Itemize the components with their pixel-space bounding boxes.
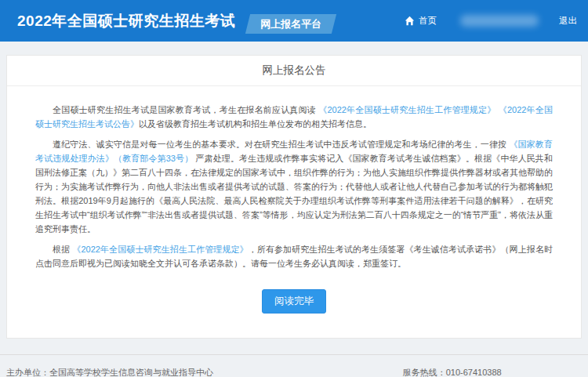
page-footer: 主办单位：全国高等学校学生信息咨询与就业指导中心 Copyright © 200… (0, 354, 588, 377)
announcement-paragraph: 全国硕士研究生招生考试是国家教育考试，考生在报名前应认真阅读 《2022年全国硕… (35, 103, 553, 131)
announcement-text: 以及省级教育招生考试机构和招生单位发布的相关招考信息。 (139, 119, 372, 129)
button-row: 阅读完毕 (7, 277, 581, 338)
announcement-paragraph: 根据 《2022年全国硕士研究生招生工作管理规定》，所有参加研究生招生考试的考生… (35, 242, 553, 270)
announcement-text: 全国硕士研究生招生考试是国家教育考试，考生在报名前应认真阅读 (53, 105, 318, 114)
footer-right: 服务热线：010-67410388 客服邮箱：kefu#chsi.com.cn … (403, 364, 580, 377)
announcement-title: 网上报名公告 (7, 56, 581, 86)
header-nav: 首页 退出 (405, 15, 577, 27)
platform-tab: 网上报名平台 (248, 14, 334, 34)
read-complete-button[interactable]: 阅读完毕 (262, 289, 326, 314)
announcement-body: 全国硕士研究生招生考试是国家教育考试，考生在报名前应认真阅读 《2022年全国硕… (7, 86, 581, 270)
announcement-card: 网上报名公告 全国硕士研究生招生考试是国家教育考试，考生在报名前应认真阅读 《2… (6, 55, 582, 339)
app-title: 2022年全国硕士研究生招生考试 (17, 11, 235, 31)
home-link[interactable]: 首页 (405, 15, 437, 27)
logout-link[interactable]: 退出 (559, 15, 577, 27)
announcement-text: 遵纪守法、诚实守信是对每一位考生的基本要求。对在研究生招生考试中违反考试管理规定… (53, 140, 509, 149)
home-icon (405, 16, 415, 26)
home-label: 首页 (419, 15, 437, 27)
app-header: 2022年全国硕士研究生招生考试 网上报名平台 首页 退出 (0, 0, 588, 42)
username-redacted (460, 15, 539, 27)
announcement-link[interactable]: 《2022年全国硕士研究生招生工作管理规定》 (72, 245, 248, 254)
footer-hotline-line: 服务热线：010-67410388 (403, 364, 580, 377)
announcement-text: 根据 (53, 245, 72, 254)
announcement-paragraph: 遵纪守法、诚实守信是对每一位考生的基本要求。对在研究生招生考试中违反考试管理规定… (35, 137, 553, 236)
announcement-text: 严肃处理。考生违规或作弊事实将记入《国家教育考试考生诚信档案》。根据《中华人民共… (35, 154, 553, 234)
footer-left: 主办单位：全国高等学校学生信息咨询与就业指导中心 Copyright © 200… (6, 364, 213, 377)
platform-tab-label: 网上报名平台 (260, 18, 321, 30)
footer-host-line: 主办单位：全国高等学校学生信息咨询与就业指导中心 (6, 364, 213, 377)
announcement-link[interactable]: 《2022年全国硕士研究生招生工作管理规定》 (318, 105, 495, 114)
